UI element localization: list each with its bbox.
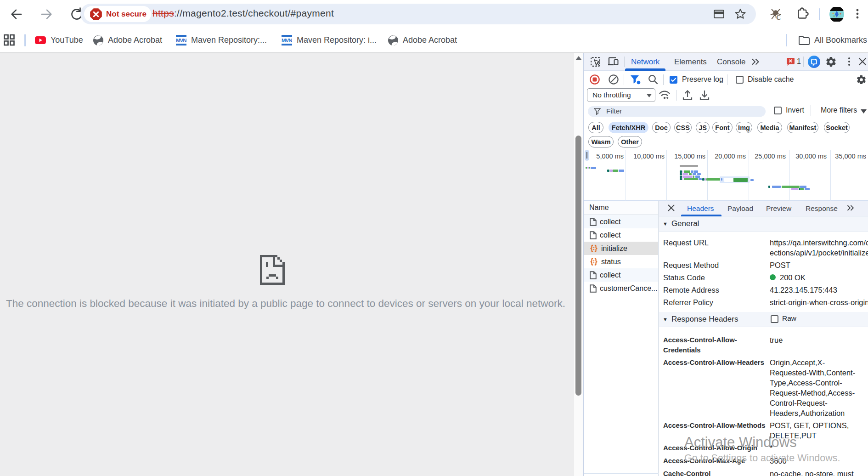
svg-text:MVN: MVN <box>282 38 292 43</box>
svg-text:MVN: MVN <box>176 38 186 43</box>
svg-text:C: C <box>776 14 781 21</box>
